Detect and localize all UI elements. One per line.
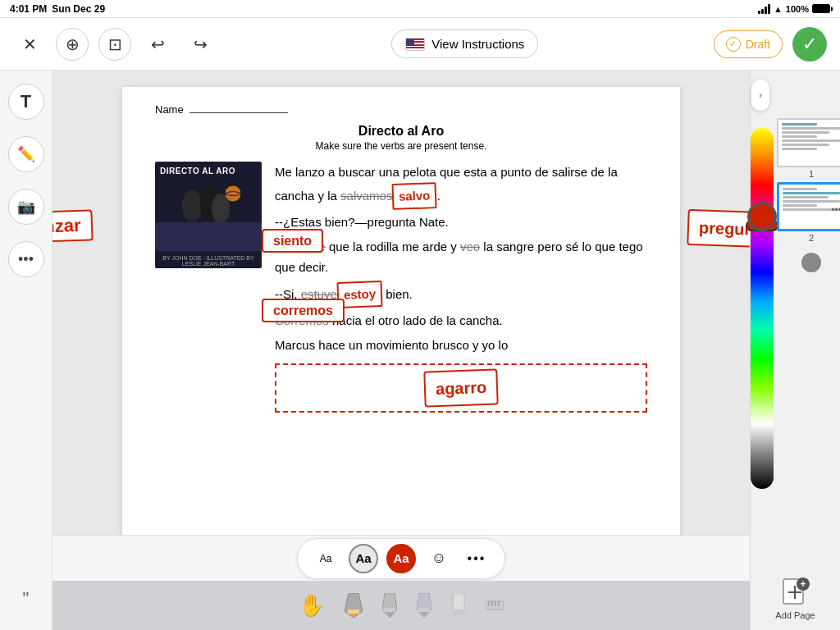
format-emoji-button[interactable]: ☺ bbox=[424, 544, 454, 573]
svg-rect-7 bbox=[348, 609, 359, 614]
more-tools-button[interactable]: ••• bbox=[8, 241, 44, 277]
name-underline bbox=[189, 112, 288, 113]
signal-icon bbox=[758, 4, 770, 14]
hand-icon: ✋ bbox=[299, 593, 325, 619]
view-instructions-label: View Instructions bbox=[431, 37, 524, 51]
name-field-row: Name bbox=[155, 103, 647, 116]
word-corremos[interactable]: corremos bbox=[262, 299, 345, 322]
svg-rect-1 bbox=[155, 222, 262, 251]
thumb-page-1-content bbox=[778, 120, 840, 155]
crossed-ve: veo bbox=[460, 240, 480, 253]
paragraph-6: Marcus hace un movimiento brusco y yo lo bbox=[275, 335, 647, 356]
add-page-button[interactable]: + Add Page bbox=[775, 571, 815, 630]
marker-tool-1[interactable] bbox=[382, 593, 397, 618]
draft-circle-icon: ✓ bbox=[726, 37, 741, 52]
page-2-image: ••• bbox=[777, 182, 840, 231]
add-page-svg: + bbox=[780, 578, 810, 607]
crossed-salvamos: salvamos bbox=[340, 189, 392, 203]
agarro-drop-zone: agarro bbox=[275, 363, 647, 413]
main-layout: T ✏️ 📷 ••• " Name Directo al Aro bbox=[0, 71, 840, 630]
hand-tool[interactable]: ✋ bbox=[299, 593, 325, 619]
format-large-aa-button[interactable]: Aa bbox=[386, 544, 416, 573]
paragraph-2: --¿Estas bien?—pregunta Nate. siento bbox=[275, 212, 647, 233]
pen-icon: ✏️ bbox=[17, 145, 35, 163]
toolbar: ✕ ⊕ ⊡ ↩ ↪ View Instructions ✓ Draft ✓ bbox=[0, 18, 840, 71]
svg-point-2 bbox=[182, 189, 202, 222]
content-area: Name Directo al Aro Make sure the verbs … bbox=[52, 71, 750, 630]
add-page-label: Add Page bbox=[775, 610, 815, 620]
svg-rect-13 bbox=[418, 608, 430, 612]
svg-marker-14 bbox=[419, 612, 429, 618]
format-small-aa-button[interactable]: Aa bbox=[311, 544, 340, 573]
draft-label: Draft bbox=[746, 38, 770, 51]
page-2-thumbnail[interactable]: ••• 2 bbox=[777, 182, 840, 243]
text-content: preguntar Me lanzo a buscar una pelota q… bbox=[275, 162, 647, 413]
done-button[interactable]: ✓ bbox=[792, 27, 827, 62]
close-button[interactable]: ✕ bbox=[13, 28, 46, 61]
color-dot bbox=[747, 202, 777, 231]
ruler-tool[interactable] bbox=[486, 598, 504, 613]
collapse-panel-button[interactable]: › bbox=[751, 79, 770, 112]
page-1-image bbox=[777, 118, 840, 167]
quote-button[interactable]: " bbox=[8, 581, 44, 617]
bottom-tools: ✋ bbox=[52, 581, 750, 630]
right-panel: › bbox=[750, 71, 840, 630]
pages-column: 1 ••• 2 bbox=[774, 112, 840, 489]
document-subtitle: Make sure the verbs are present tense. bbox=[155, 140, 647, 152]
format-more-button[interactable]: ••• bbox=[462, 544, 491, 573]
left-sidebar: T ✏️ 📷 ••• " bbox=[0, 71, 52, 630]
marker-icon-1 bbox=[382, 593, 397, 618]
format-medium-aa-button[interactable]: Aa bbox=[349, 544, 378, 573]
paragraph-3: Si, siente que la rodilla me arde y veo … bbox=[275, 236, 647, 278]
eraser-tool[interactable] bbox=[451, 593, 466, 618]
page-2-number: 2 bbox=[777, 233, 840, 243]
zoom-in-button[interactable]: ⊕ bbox=[56, 28, 89, 61]
camera-tool-button[interactable]: 📷 bbox=[8, 189, 44, 225]
color-strip bbox=[751, 128, 774, 489]
emoji-icon: ☺ bbox=[431, 550, 446, 567]
page-1-thumbnail[interactable]: 1 bbox=[777, 118, 840, 179]
text-tool-button[interactable]: T bbox=[8, 84, 44, 120]
pencil-icon bbox=[345, 593, 363, 618]
book-cover-image bbox=[155, 177, 262, 251]
word-siento[interactable]: siento bbox=[262, 229, 323, 253]
paragraph-1: Me lanzo a buscar una pelota que esta a … bbox=[275, 162, 647, 208]
svg-rect-17 bbox=[486, 601, 504, 609]
medium-aa-icon: Aa bbox=[355, 551, 371, 565]
time: 4:01 PM bbox=[10, 3, 47, 15]
draft-button[interactable]: ✓ Draft bbox=[714, 30, 783, 58]
status-right: ▲ 100% bbox=[758, 4, 830, 14]
svg-point-5 bbox=[225, 185, 241, 202]
ruler-icon bbox=[486, 598, 504, 613]
done-checkmark-icon: ✓ bbox=[802, 34, 817, 55]
wifi-icon: ▲ bbox=[774, 4, 783, 14]
book-cover-container: lanzar DIRECTO AL ARO bbox=[155, 162, 262, 413]
ellipsis-icon: ••• bbox=[18, 251, 34, 268]
word-lanzar[interactable]: lanzar bbox=[52, 209, 93, 243]
more-format-icon: ••• bbox=[468, 551, 486, 566]
battery-percent: 100% bbox=[786, 4, 809, 14]
fit-screen-button[interactable]: ⊡ bbox=[98, 28, 131, 61]
status-left: 4:01 PM Sun Dec 29 bbox=[10, 3, 105, 15]
pen-tool-button[interactable]: ✏️ bbox=[8, 136, 44, 172]
small-aa-icon: Aa bbox=[320, 553, 332, 564]
flag-icon bbox=[405, 38, 425, 51]
book-cover: DIRECTO AL ARO bbox=[155, 162, 262, 268]
format-pill: Aa Aa Aa ☺ ••• bbox=[297, 538, 505, 579]
view-instructions-button[interactable]: View Instructions bbox=[391, 30, 538, 58]
color-picker[interactable] bbox=[751, 120, 774, 489]
svg-marker-11 bbox=[385, 612, 395, 618]
undo-button[interactable]: ↩ bbox=[141, 28, 174, 61]
svg-rect-10 bbox=[384, 608, 395, 612]
pencil-tool[interactable] bbox=[345, 593, 363, 618]
word-preguntar[interactable]: preguntar bbox=[687, 209, 750, 249]
svg-rect-16 bbox=[453, 609, 464, 616]
large-aa-icon: Aa bbox=[393, 551, 409, 565]
document-content: lanzar DIRECTO AL ARO bbox=[155, 162, 647, 413]
thumb-more-icon[interactable]: ••• bbox=[831, 204, 840, 216]
page-1-number: 1 bbox=[777, 169, 840, 179]
redo-button[interactable]: ↪ bbox=[184, 28, 217, 61]
word-agarro[interactable]: agarro bbox=[423, 368, 499, 407]
marker-tool-2[interactable] bbox=[417, 593, 431, 618]
name-label: Name bbox=[155, 103, 184, 116]
